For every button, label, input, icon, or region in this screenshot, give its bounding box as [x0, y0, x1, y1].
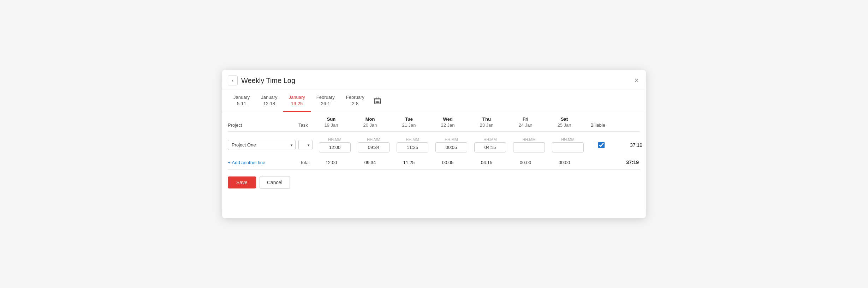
sun-placeholder: HH:MM	[328, 137, 341, 142]
mon-placeholder: HH:MM	[367, 137, 380, 142]
tab-jan-19-25[interactable]: January19-25	[283, 90, 311, 112]
task-select-wrapper: Laptop ▾	[298, 140, 313, 150]
mon-column-header: Mon 20 Jan	[351, 116, 390, 128]
total-label: Total	[300, 160, 312, 165]
tue-time-cell: HH:MM	[393, 137, 432, 152]
fri-placeholder: HH:MM	[522, 137, 535, 142]
row-total: 37:19	[616, 142, 644, 148]
calendar-icon	[374, 97, 381, 105]
wed-placeholder: HH:MM	[445, 137, 458, 142]
billable-cell	[587, 142, 616, 148]
wed-time-input[interactable]	[435, 142, 467, 152]
fri-time-input[interactable]	[513, 142, 545, 152]
add-line-totals-row: + Add another line Total 12:00 09:34 11:…	[228, 155, 640, 170]
fri-total: 00:00	[506, 160, 545, 165]
back-button[interactable]: ‹	[228, 76, 238, 85]
plus-icon: +	[228, 160, 231, 165]
mon-time-input[interactable]	[358, 142, 390, 152]
sat-time-input-wrapper	[552, 142, 584, 152]
sun-time-input[interactable]	[319, 142, 351, 152]
thu-total: 04:15	[467, 160, 506, 165]
tue-total: 11:25	[390, 160, 428, 165]
billable-column-header: Billable	[584, 122, 612, 128]
project-select-wrapper: Project One ▾	[228, 140, 296, 150]
sun-time-cell: HH:MM	[315, 137, 354, 152]
thu-time-cell: HH:MM	[471, 137, 510, 152]
thu-time-input[interactable]	[474, 142, 506, 152]
task-select[interactable]: Laptop	[298, 140, 313, 150]
sat-total: 00:00	[545, 160, 584, 165]
modal-footer: Save Cancel	[222, 170, 646, 195]
wed-column-header: Wed 22 Jan	[428, 116, 467, 128]
tue-time-input[interactable]	[397, 142, 428, 152]
thu-column-header: Thu 23 Jan	[467, 116, 506, 128]
column-headers: Project Task Sun 19 Jan Mon 20 Jan Tue 2…	[228, 112, 640, 132]
modal-title: Weekly Time Log	[241, 77, 295, 85]
fri-time-input-wrapper	[513, 142, 545, 152]
table-row: Project One ▾ Laptop ▾ HH:MM HH:MM	[228, 132, 640, 155]
tab-feb-2-8[interactable]: February2-8	[340, 90, 370, 112]
cancel-button[interactable]: Cancel	[260, 176, 290, 189]
tab-jan-12-18[interactable]: January12-18	[255, 90, 283, 112]
sun-column-header: Sun 19 Jan	[312, 116, 351, 128]
sun-total: 12:00	[312, 160, 351, 165]
add-another-line-button[interactable]: + Add another line	[228, 160, 265, 165]
grand-total: 37:19	[612, 160, 640, 165]
modal-header: ‹ Weekly Time Log ×	[222, 70, 646, 90]
thu-time-input-wrapper	[474, 142, 506, 152]
fri-time-cell: HH:MM	[510, 137, 548, 152]
sat-placeholder: HH:MM	[561, 137, 574, 142]
time-table: Project Task Sun 19 Jan Mon 20 Jan Tue 2…	[222, 112, 646, 170]
weekly-time-log-modal: ‹ Weekly Time Log × January5-11 January1…	[222, 70, 646, 218]
sun-time-input-wrapper	[319, 142, 351, 152]
sat-column-header: Sat 25 Jan	[545, 116, 584, 128]
tabs-row: January5-11 January12-18 January19-25 Fe…	[222, 90, 646, 112]
wed-total: 00:05	[428, 160, 467, 165]
mon-time-input-wrapper	[358, 142, 390, 152]
title-group: ‹ Weekly Time Log	[228, 76, 295, 85]
task-column-header: Task	[298, 122, 312, 128]
calendar-icon-button[interactable]	[370, 94, 385, 108]
tue-placeholder: HH:MM	[406, 137, 419, 142]
wed-time-input-wrapper	[435, 142, 467, 152]
tab-jan-5-11[interactable]: January5-11	[228, 90, 255, 112]
fri-column-header: Fri 24 Jan	[506, 116, 545, 128]
tue-column-header: Tue 21 Jan	[390, 116, 428, 128]
close-button[interactable]: ×	[634, 77, 639, 84]
thu-placeholder: HH:MM	[483, 137, 497, 142]
billable-checkbox[interactable]	[598, 142, 605, 148]
wed-time-cell: HH:MM	[432, 137, 471, 152]
sat-time-cell: HH:MM	[548, 137, 587, 152]
mon-time-cell: HH:MM	[354, 137, 393, 152]
project-select[interactable]: Project One	[228, 140, 296, 150]
add-line-label: Add another line	[232, 160, 266, 165]
tue-time-input-wrapper	[397, 142, 428, 152]
mon-total: 09:34	[351, 160, 390, 165]
save-button[interactable]: Save	[228, 176, 256, 188]
project-column-header: Project	[228, 122, 298, 128]
sat-time-input[interactable]	[552, 142, 584, 152]
tab-feb-26-1[interactable]: February26-1	[311, 90, 340, 112]
